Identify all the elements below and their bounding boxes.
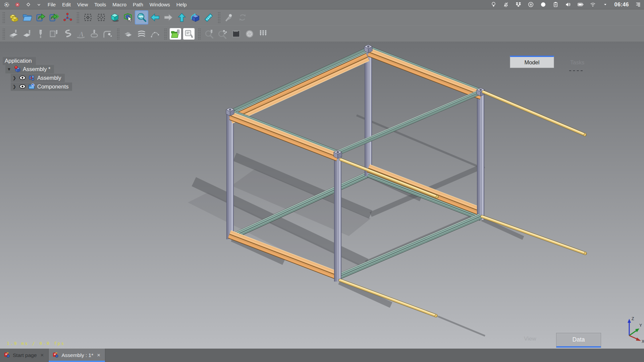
toolbar-drag-handle[interactable] (217, 11, 220, 23)
tree-item-label: Assembly (37, 75, 61, 81)
document-tabbar: Start page × Assembly : 1* × (0, 349, 644, 362)
chevron-right-icon[interactable]: ❯ (12, 75, 17, 80)
freecad-window: K FileEditViewToolsMacroPathWindowsHelp … (0, 0, 644, 362)
box-element-selection-icon[interactable] (95, 10, 108, 24)
nav-back-icon[interactable] (148, 10, 162, 24)
menu-help[interactable]: Help (176, 2, 187, 7)
dropbox-icon[interactable] (515, 1, 522, 8)
diamond-icon[interactable] (25, 1, 32, 8)
sim-stop-icon[interactable] (229, 27, 243, 41)
profile-icon[interactable] (20, 27, 34, 41)
lightbulb-icon[interactable] (490, 1, 497, 8)
deburr-icon[interactable] (101, 27, 114, 41)
freecad-doc-icon (53, 352, 58, 359)
3d-model-canvas[interactable] (0, 42, 644, 349)
toolbar-drag-handle[interactable] (116, 28, 119, 40)
menu-edit[interactable]: Edit (62, 2, 71, 7)
array-icon[interactable] (135, 27, 148, 41)
record-close-icon[interactable] (14, 1, 21, 8)
refresh-icon[interactable] (236, 10, 249, 24)
inspect-gcode-icon[interactable] (203, 27, 216, 41)
tray-icons (490, 1, 609, 8)
fit-selection-icon[interactable] (121, 10, 135, 24)
volume-icon[interactable] (565, 1, 572, 8)
document-icon (14, 66, 20, 72)
tree-item-components[interactable]: ❯ Components (11, 82, 72, 91)
chevron-right-icon[interactable]: ❯ (12, 84, 17, 89)
menu-tools[interactable]: Tools (94, 2, 106, 7)
toolbar-drag-handle[interactable] (2, 11, 5, 23)
tree-item-label: Components (37, 83, 69, 90)
menu-windows[interactable]: Windows (150, 2, 170, 7)
visibility-eye-icon[interactable] (19, 74, 26, 81)
expand-down-icon[interactable]: ▼ (7, 67, 11, 72)
visibility-eye-icon[interactable] (19, 83, 26, 90)
tab-start-page[interactable]: Start page × (0, 349, 49, 362)
close-icon[interactable]: × (96, 352, 101, 359)
tree-item-document[interactable]: ▼ Assembly * (5, 65, 54, 73)
nav-up-icon[interactable] (175, 10, 189, 24)
toolbar-drag-handle[interactable] (76, 11, 79, 23)
tab-tasks[interactable]: Tasks (570, 59, 584, 66)
box-selection-icon[interactable] (81, 10, 95, 24)
wifi-icon[interactable] (590, 1, 596, 8)
axis-x-label: X (642, 339, 644, 344)
axis-gizmo[interactable]: Z Y X (618, 314, 644, 345)
measure-icon[interactable] (202, 10, 215, 24)
cam-simulator-icon[interactable] (216, 27, 229, 41)
rotate-view-cube-icon[interactable] (189, 10, 202, 24)
menu-view[interactable]: View (77, 2, 88, 7)
tab-view[interactable]: View (524, 336, 536, 342)
tree-header: Application (3, 57, 36, 65)
placement-axis-icon[interactable] (61, 10, 74, 24)
tab-assembly-doc[interactable]: Assembly : 1* × (49, 349, 105, 362)
caret-down-icon[interactable] (602, 1, 609, 8)
clipboard-icon[interactable] (552, 1, 559, 8)
isometric-cube-icon[interactable] (108, 10, 121, 24)
toolbar-drag-handle[interactable] (164, 28, 167, 40)
tab-model[interactable]: Model (510, 56, 554, 68)
helix-icon[interactable] (61, 27, 74, 41)
menubar-left-icons: K (0, 1, 42, 8)
tree-item-label: Assembly * (23, 66, 51, 72)
record-circle-icon[interactable] (540, 1, 547, 8)
tab-data[interactable]: Data (556, 333, 601, 348)
chevron-down-icon[interactable] (36, 1, 42, 8)
toolbar-drag-handle[interactable] (198, 28, 201, 40)
pause-circle-icon[interactable] (528, 1, 534, 8)
drill-icon[interactable] (34, 27, 47, 41)
tree-item-assembly[interactable]: ❯ Assembly (11, 74, 65, 82)
pocket-icon[interactable] (47, 27, 61, 41)
nav-forward-icon[interactable] (162, 10, 175, 24)
menu-file[interactable]: File (48, 2, 56, 7)
assembly-icon (28, 74, 35, 81)
drill-array-icon[interactable] (256, 27, 270, 41)
notifications-off-icon[interactable] (503, 1, 509, 8)
export-icon[interactable] (34, 10, 47, 24)
simulate-icon[interactable] (148, 27, 162, 41)
engrave-icon[interactable]: A (74, 27, 88, 41)
new-document-icon[interactable] (7, 10, 20, 24)
job-icon[interactable] (169, 28, 181, 40)
battery-icon[interactable] (577, 1, 584, 8)
face-mill-icon[interactable] (7, 27, 20, 41)
toolbar-drag-handle[interactable] (2, 28, 5, 40)
slot-icon[interactable] (88, 27, 101, 41)
zoom-sync-icon[interactable] (135, 10, 148, 24)
axis-z-label: Z (632, 316, 634, 321)
export-all-icon[interactable] (47, 10, 61, 24)
sphere-icon[interactable] (243, 27, 256, 41)
menu-list: FileEditViewToolsMacroPathWindowsHelp (48, 2, 187, 7)
kde-logo-icon[interactable]: K (3, 1, 10, 8)
system-tray: 06:46 (490, 1, 644, 8)
tasks-dashes (569, 70, 583, 71)
menu-path[interactable]: Path (133, 2, 143, 7)
menu-macro[interactable]: Macro (112, 2, 126, 7)
post-process-icon[interactable] (183, 28, 195, 40)
menu-lines-icon[interactable] (635, 1, 641, 8)
3d-viewport[interactable]: Application ▼ Assembly * ❯ Assembly ❯ (0, 42, 644, 349)
close-icon[interactable]: × (40, 352, 45, 359)
copy-operation-icon[interactable] (121, 27, 135, 41)
macro-record-icon[interactable] (222, 10, 236, 24)
open-folder-icon[interactable] (20, 10, 34, 24)
